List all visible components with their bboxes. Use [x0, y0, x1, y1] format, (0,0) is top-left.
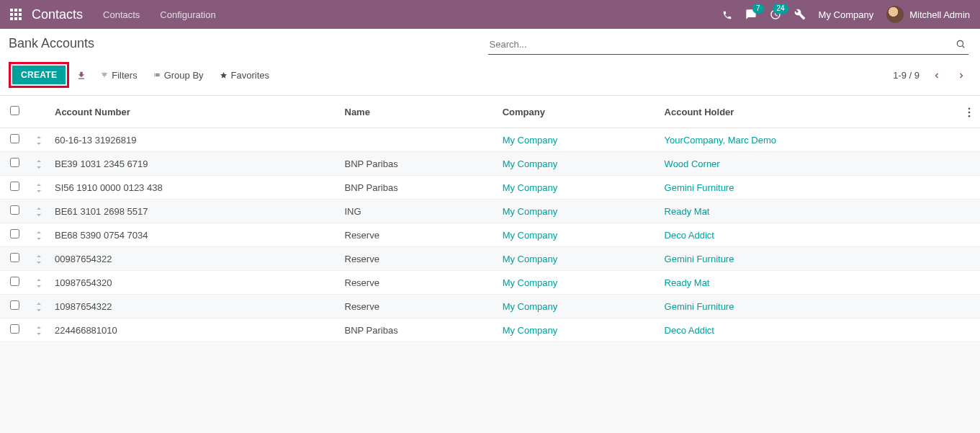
table-row[interactable]: 00987654322ReserveMy CompanyGemini Furni…	[0, 247, 980, 271]
download-icon[interactable]	[76, 69, 86, 81]
table-row[interactable]: BE61 3101 2698 5517INGMy CompanyReady Ma…	[0, 200, 980, 223]
cell-account-number: BE39 1031 2345 6719	[49, 152, 339, 176]
star-icon	[220, 71, 228, 79]
cell-name: BNP Paribas	[339, 176, 497, 200]
row-checkbox[interactable]	[10, 253, 19, 262]
cell-holder[interactable]: Ready Mat	[659, 200, 958, 223]
cell-holder[interactable]: Ready Mat	[659, 271, 958, 295]
table-row[interactable]: 60-16-13 31926819My CompanyYourCompany, …	[0, 128, 980, 152]
cell-name: BNP Paribas	[339, 318, 497, 342]
groupby-button[interactable]: Group By	[153, 70, 204, 81]
table-row[interactable]: SI56 1910 0000 0123 438BNP ParibasMy Com…	[0, 176, 980, 200]
cell-account-number: 224466881010	[49, 318, 339, 342]
cell-name: Reserve	[339, 247, 497, 271]
user-menu[interactable]: Mitchell Admin	[886, 6, 970, 23]
create-button[interactable]: CREATE	[12, 66, 66, 84]
drag-handle-icon[interactable]	[29, 200, 49, 223]
select-all-checkbox[interactable]	[10, 106, 19, 115]
activity-icon[interactable]: 24	[770, 9, 781, 21]
tools-icon[interactable]	[794, 9, 806, 21]
drag-handle-icon[interactable]	[29, 271, 49, 295]
company-name[interactable]: My Company	[819, 9, 874, 20]
cell-name: BNP Paribas	[339, 152, 497, 176]
row-checkbox[interactable]	[10, 277, 19, 286]
row-checkbox[interactable]	[10, 324, 19, 334]
search-icon[interactable]	[956, 37, 966, 49]
cell-company[interactable]: My Company	[497, 128, 659, 152]
chat-icon[interactable]: 7	[745, 9, 757, 21]
row-checkbox[interactable]	[10, 300, 19, 310]
col-account-holder[interactable]: Account Holder	[659, 96, 958, 128]
col-name[interactable]: Name	[339, 96, 497, 128]
row-checkbox[interactable]	[10, 158, 19, 167]
cell-account-number: BE68 5390 0754 7034	[49, 223, 339, 247]
favorites-button[interactable]: Favorites	[220, 70, 269, 81]
col-account-number[interactable]: Account Number	[49, 96, 339, 128]
cell-company[interactable]: My Company	[497, 271, 659, 295]
cell-company[interactable]: My Company	[497, 295, 659, 318]
cell-holder[interactable]: YourCompany, Marc Demo	[659, 128, 958, 152]
cell-company[interactable]: My Company	[497, 318, 659, 342]
user-name: Mitchell Admin	[909, 9, 970, 20]
table-row[interactable]: BE39 1031 2345 6719BNP ParibasMy Company…	[0, 152, 980, 176]
create-highlight: CREATE	[9, 62, 69, 88]
list-icon	[153, 71, 161, 79]
table-row[interactable]: 10987654322ReserveMy CompanyGemini Furni…	[0, 295, 980, 318]
app-brand[interactable]: Contacts	[32, 7, 83, 22]
drag-handle-icon[interactable]	[29, 318, 49, 342]
activity-badge: 24	[773, 4, 788, 14]
nav-contacts[interactable]: Contacts	[103, 9, 140, 20]
cell-holder[interactable]: Gemini Furniture	[659, 176, 958, 200]
cell-company[interactable]: My Company	[497, 247, 659, 271]
svg-point-2	[968, 111, 971, 113]
row-checkbox[interactable]	[10, 229, 19, 238]
apps-icon[interactable]	[10, 9, 22, 20]
cell-name: Reserve	[339, 295, 497, 318]
cell-name: ING	[339, 200, 497, 223]
avatar	[886, 6, 904, 23]
search-input[interactable]	[488, 36, 969, 55]
filters-button[interactable]: Filters	[101, 70, 137, 81]
col-company[interactable]: Company	[497, 96, 659, 128]
cell-holder[interactable]: Gemini Furniture	[659, 247, 958, 271]
phone-icon[interactable]	[722, 9, 732, 20]
cell-name	[339, 128, 497, 152]
cell-company[interactable]: My Company	[497, 176, 659, 200]
cell-account-number: BE61 3101 2698 5517	[49, 200, 339, 223]
cell-company[interactable]: My Company	[497, 223, 659, 247]
row-checkbox[interactable]	[10, 134, 19, 143]
cell-account-number: 10987654320	[49, 271, 339, 295]
cell-holder[interactable]: Deco Addict	[659, 318, 958, 342]
page-title: Bank Accounts	[7, 36, 488, 51]
row-checkbox[interactable]	[10, 205, 19, 215]
columns-menu-icon[interactable]	[958, 96, 980, 128]
funnel-icon	[101, 71, 108, 79]
table-row[interactable]: 10987654320ReserveMy CompanyReady Mat	[0, 271, 980, 295]
drag-handle-icon[interactable]	[29, 128, 49, 152]
table-row[interactable]: BE68 5390 0754 7034ReserveMy CompanyDeco…	[0, 223, 980, 247]
pager-text[interactable]: 1-9 / 9	[893, 70, 920, 81]
drag-handle-icon[interactable]	[29, 223, 49, 247]
cell-name: Reserve	[339, 271, 497, 295]
prev-page[interactable]	[930, 67, 944, 84]
nav-configuration[interactable]: Configuration	[160, 9, 215, 20]
cell-account-number: SI56 1910 0000 0123 438	[49, 176, 339, 200]
next-page[interactable]	[954, 67, 968, 84]
cell-holder[interactable]: Deco Addict	[659, 223, 958, 247]
row-checkbox[interactable]	[10, 182, 19, 191]
control-panel: Bank Accounts CREATE Filters Group By	[0, 29, 980, 96]
drag-handle-icon[interactable]	[29, 152, 49, 176]
cell-account-number: 00987654322	[49, 247, 339, 271]
svg-point-1	[968, 107, 971, 110]
cell-holder[interactable]: Gemini Furniture	[659, 295, 958, 318]
cell-name: Reserve	[339, 223, 497, 247]
cell-company[interactable]: My Company	[497, 200, 659, 223]
cell-holder[interactable]: Wood Corner	[659, 152, 958, 176]
drag-handle-icon[interactable]	[29, 295, 49, 318]
drag-handle-icon[interactable]	[29, 176, 49, 200]
drag-handle-icon[interactable]	[29, 247, 49, 271]
cell-company[interactable]: My Company	[497, 152, 659, 176]
table-row[interactable]: 224466881010BNP ParibasMy CompanyDeco Ad…	[0, 318, 980, 342]
svg-point-3	[968, 115, 971, 117]
cell-account-number: 60-16-13 31926819	[49, 128, 339, 152]
